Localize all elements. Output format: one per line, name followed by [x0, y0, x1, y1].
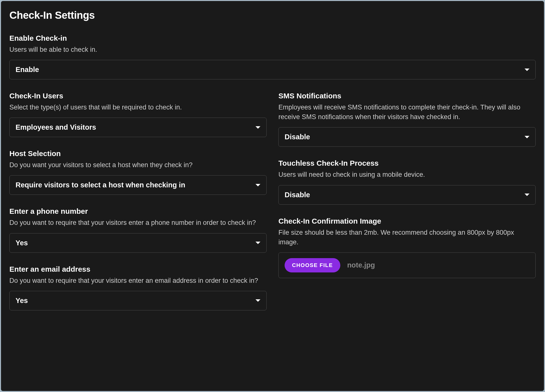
choose-file-button[interactable]: CHOOSE FILE [285, 258, 340, 272]
phone-number-field: Enter a phone number Do you want to requ… [9, 207, 267, 252]
phone-number-description: Do you want to require that your visitor… [9, 218, 267, 228]
enable-checkin-field: Enable Check-in Users will be able to ch… [9, 34, 536, 79]
host-selection-field: Host Selection Do you want your visitors… [9, 149, 267, 195]
confirmation-image-upload: CHOOSE FILE note.jpg [278, 252, 536, 278]
host-selection-select[interactable]: Require visitors to select a host when c… [9, 175, 267, 195]
checkin-users-field: Check-In Users Select the type(s) of use… [9, 92, 267, 137]
email-address-value: Yes [16, 297, 28, 305]
touchless-description: Users will need to check in using a mobi… [278, 170, 536, 179]
caret-down-icon [525, 194, 529, 196]
enable-checkin-select[interactable]: Enable [9, 60, 536, 79]
checkin-users-label: Check-In Users [9, 92, 267, 100]
settings-panel: Check-In Settings Enable Check-in Users … [1, 1, 544, 391]
enable-checkin-label: Enable Check-in [9, 34, 536, 42]
right-column: SMS Notifications Employees will receive… [278, 92, 536, 323]
email-address-select[interactable]: Yes [9, 291, 267, 310]
checkin-users-select[interactable]: Employees and Visitors [9, 118, 267, 137]
email-address-description: Do you want to require that your visitor… [9, 276, 267, 285]
touchless-label: Touchless Check-In Process [278, 159, 536, 167]
caret-down-icon [255, 184, 260, 186]
sms-notifications-label: SMS Notifications [278, 92, 536, 100]
confirmation-image-label: Check-In Confirmation Image [278, 217, 536, 225]
touchless-field: Touchless Check-In Process Users will ne… [278, 159, 536, 204]
phone-number-label: Enter a phone number [9, 207, 267, 215]
host-selection-description: Do you want your visitors to select a ho… [9, 160, 267, 170]
caret-down-icon [255, 299, 260, 302]
sms-notifications-select[interactable]: Disable [278, 127, 536, 147]
left-column: Check-In Users Select the type(s) of use… [9, 92, 267, 323]
sms-notifications-field: SMS Notifications Employees will receive… [278, 92, 536, 147]
confirmation-image-description: File size should be less than 2mb. We re… [278, 228, 536, 247]
caret-down-icon [255, 242, 260, 244]
columns-wrapper: Check-In Users Select the type(s) of use… [9, 92, 536, 323]
page-title: Check-In Settings [9, 9, 536, 21]
sms-notifications-description: Employees will receive SMS notifications… [278, 103, 536, 122]
touchless-value: Disable [285, 191, 310, 199]
confirmation-image-field: Check-In Confirmation Image File size sh… [278, 217, 536, 278]
caret-down-icon [255, 126, 260, 129]
phone-number-value: Yes [16, 239, 28, 247]
checkin-users-value: Employees and Visitors [16, 123, 96, 131]
host-selection-label: Host Selection [9, 149, 267, 158]
email-address-field: Enter an email address Do you want to re… [9, 265, 267, 310]
caret-down-icon [525, 136, 529, 138]
enable-checkin-description: Users will be able to check in. [9, 45, 536, 54]
enable-checkin-value: Enable [16, 66, 39, 74]
checkin-users-description: Select the type(s) of users that will be… [9, 103, 267, 112]
touchless-select[interactable]: Disable [278, 185, 536, 205]
phone-number-select[interactable]: Yes [9, 233, 267, 253]
sms-notifications-value: Disable [285, 133, 310, 141]
uploaded-file-name: note.jpg [347, 261, 375, 269]
host-selection-value: Require visitors to select a host when c… [16, 181, 185, 189]
email-address-label: Enter an email address [9, 265, 267, 273]
caret-down-icon [525, 69, 529, 71]
